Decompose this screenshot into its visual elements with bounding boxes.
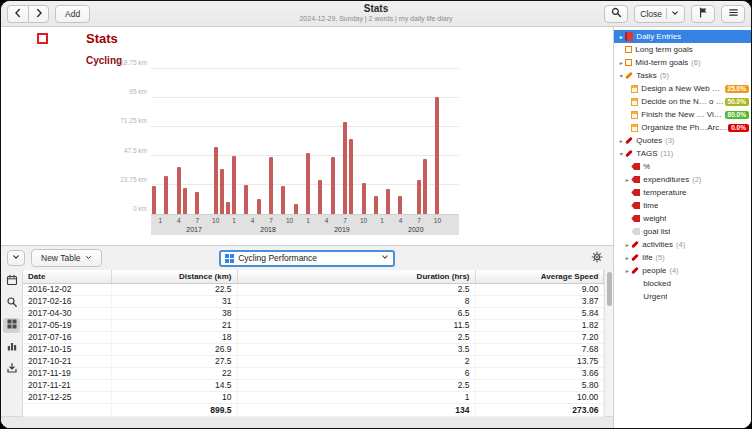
note-icon — [631, 111, 638, 119]
table-row[interactable]: 2017-02-163183.87 — [23, 295, 604, 307]
chart-bar — [398, 196, 402, 214]
sidebar-item-tags[interactable]: ▾TAGS(11) — [614, 147, 751, 160]
tag-icon — [631, 189, 640, 196]
table-cell: 2017-11-21 — [23, 379, 111, 391]
sidebar-item-temperature[interactable]: temperature — [614, 186, 751, 199]
table-cell: 3.5 — [237, 343, 475, 355]
chart-bar — [195, 192, 199, 214]
search-tab-button[interactable] — [3, 296, 20, 311]
add-button[interactable]: Add — [55, 5, 90, 23]
flag-button[interactable] — [691, 5, 715, 23]
red-checkbox[interactable] — [37, 33, 48, 44]
chart-bar — [244, 185, 248, 215]
close-entry-button[interactable]: Close — [634, 5, 685, 23]
sidebar-item-blocked[interactable]: blocked — [614, 277, 751, 290]
chart-x-axis: 147102017147102018147102019147102020 — [151, 214, 459, 235]
column-header-date[interactable]: Date — [23, 270, 111, 283]
sidebar-item-daily-entries[interactable]: ▸Daily Entries — [614, 30, 751, 43]
table-cell: 7.20 — [475, 331, 604, 343]
chart-bar — [232, 156, 236, 214]
expander-icon[interactable]: ▸ — [617, 137, 625, 144]
pencil-icon — [625, 72, 633, 80]
expander-icon[interactable]: ▾ — [617, 150, 625, 157]
chart-bar — [386, 189, 390, 214]
sidebar-item-label: blocked — [643, 279, 671, 288]
sidebar-item-label: people — [642, 266, 666, 275]
column-header-average-speed[interactable]: Average Speed — [475, 270, 604, 283]
table-cell: 2017-07-16 — [23, 331, 111, 343]
expander-icon[interactable]: ▸ — [623, 176, 631, 183]
progress-badge: 50.0% — [725, 98, 749, 106]
sidebar-item-expenditures[interactable]: ▸expenditures(2) — [614, 173, 751, 186]
settings-button[interactable] — [587, 249, 607, 267]
chevron-down-icon — [12, 253, 20, 263]
sidebar-item-[interactable]: % — [614, 160, 751, 173]
table-row[interactable]: 2017-10-1526.93.57.68 — [23, 343, 604, 355]
back-button[interactable] — [7, 5, 28, 23]
sidebar-item-organize-the-ph-archive[interactable]: Organize the Ph…Archive0.0% — [614, 121, 751, 134]
sidebar-item-goal-list[interactable]: goal list — [614, 225, 751, 238]
sidebar-item-people[interactable]: ▸people(4) — [614, 264, 751, 277]
sidebar-item-quotes[interactable]: ▸Quotes(3) — [614, 134, 751, 147]
sidebar-tree: ▸Daily EntriesLong term goals▸Mid-term g… — [613, 27, 751, 429]
sidebar-item-long-term-goals[interactable]: Long term goals — [614, 43, 751, 56]
sidebar-item-weight[interactable]: weight — [614, 212, 751, 225]
pencil-icon — [631, 254, 639, 262]
chart-xtick-label: 4 — [245, 217, 261, 224]
menu-button[interactable] — [721, 5, 745, 23]
sidebar-item-decide-on-the-n-o-buy[interactable]: Decide on the N… o Buy50.0% — [614, 95, 751, 108]
table-cell: 2017-02-16 — [23, 295, 111, 307]
table-cell: 21 — [111, 319, 237, 331]
table-row[interactable]: 2017-07-16182.57.20 — [23, 331, 604, 343]
column-header-duration-hrs[interactable]: Duration (hrs) — [237, 270, 475, 283]
expander-icon[interactable]: ▸ — [617, 33, 625, 40]
table-scrollbar[interactable] — [604, 270, 613, 416]
table-row[interactable]: 2017-12-2510110.00 — [23, 391, 604, 403]
sidebar-item-activities[interactable]: ▸activities(4) — [614, 238, 751, 251]
expander-icon[interactable]: ▸ — [623, 267, 631, 274]
window-title: Stats — [299, 3, 452, 15]
table-tab-button[interactable] — [3, 318, 20, 333]
notebook-icon — [625, 32, 633, 41]
table-row[interactable]: 2017-05-192111.51.82 — [23, 319, 604, 331]
expander-icon[interactable]: ▸ — [623, 241, 631, 248]
panel-footer — [1, 416, 613, 429]
expander-icon[interactable]: ▸ — [623, 254, 631, 261]
nav-button-group — [7, 5, 49, 23]
export-tab-button[interactable] — [3, 362, 20, 377]
sidebar-item-tasks[interactable]: ▾Tasks(5) — [614, 69, 751, 82]
table-row[interactable]: 2017-11-192263.66 — [23, 367, 604, 379]
tag-icon — [631, 176, 640, 183]
table-selector[interactable]: Cycling Performance — [219, 250, 395, 267]
table-row[interactable]: 2016-12-0222.52.59.00 — [23, 283, 604, 295]
calendar-tab-button[interactable] — [3, 274, 20, 289]
expander-icon[interactable]: ▸ — [617, 59, 625, 66]
item-count: (2) — [692, 175, 701, 184]
sidebar-item-time[interactable]: time — [614, 199, 751, 212]
note-icon — [631, 98, 638, 106]
chart-gridline — [151, 68, 459, 69]
chart-year-label: 2017 — [174, 226, 214, 233]
chart-ytick-label: 0 km — [105, 205, 147, 212]
editor-area[interactable]: Stats Cycling 0 km23.75 km47.5 km71.25 k… — [1, 27, 613, 245]
column-header-distance-km[interactable]: Distance (km) — [111, 270, 237, 283]
forward-button[interactable] — [28, 5, 49, 23]
chart-ytick-label: 95 km — [105, 88, 147, 95]
checkbox-icon — [625, 59, 632, 66]
sidebar-item-finish-the-new-video[interactable]: Finish the New … Video80.0% — [614, 108, 751, 121]
collapse-panel-button[interactable] — [7, 250, 25, 266]
progress-badge: 80.0% — [725, 111, 749, 119]
sidebar-item-life[interactable]: ▸life(5) — [614, 251, 751, 264]
sidebar-item-urgent[interactable]: Urgent — [614, 290, 751, 303]
chart-tab-button[interactable] — [3, 340, 20, 355]
table-row[interactable]: 2017-11-2114.52.55.80 — [23, 379, 604, 391]
expander-icon[interactable]: ▾ — [617, 72, 625, 79]
table-row[interactable]: 2017-10-2127.5213.75 — [23, 355, 604, 367]
chart-xtick-label: 4 — [319, 217, 335, 224]
search-button[interactable] — [604, 5, 628, 23]
table-row[interactable]: 2017-04-30386.55.84 — [23, 307, 604, 319]
sidebar-item-mid-term-goals[interactable]: ▸Mid-term goals(6) — [614, 56, 751, 69]
new-table-button[interactable]: New Table — [31, 249, 102, 267]
scrollbar-thumb[interactable] — [607, 272, 612, 306]
sidebar-item-design-a-new-web-site[interactable]: Design a New Web Site25.0% — [614, 82, 751, 95]
